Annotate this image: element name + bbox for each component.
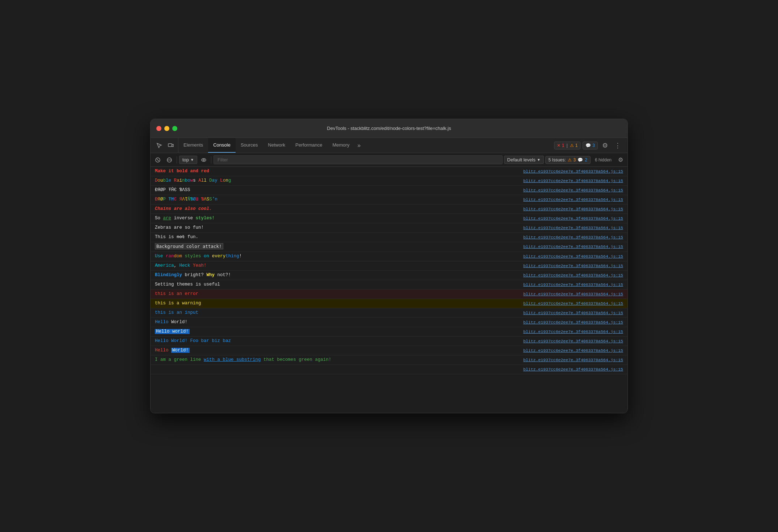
- log-row: So are inverse styles! blitz.e1937cc6e2e…: [151, 214, 627, 223]
- log-row: Use random styles on everything! blitz.e…: [151, 252, 627, 261]
- log-content: this is a warning: [155, 300, 517, 307]
- minimize-button[interactable]: [164, 126, 169, 131]
- device-toolbar-icon[interactable]: [166, 141, 176, 150]
- log-source[interactable]: blitz.e1937cc6e2ee7e…3f4063378a564.js:15: [523, 234, 623, 240]
- filter-input[interactable]: [213, 155, 503, 164]
- tab-sources[interactable]: Sources: [236, 138, 263, 153]
- tab-network[interactable]: Network: [263, 138, 291, 153]
- log-row: I am a green line with a blue substring …: [151, 355, 627, 365]
- log-row: Background color attack! blitz.e1937cc6e…: [151, 242, 627, 252]
- issues-warn-icon: ⚠: [568, 157, 572, 162]
- log-content: This is not fun.: [155, 234, 517, 241]
- log-content: So are inverse styles!: [155, 215, 517, 222]
- log-source[interactable]: blitz.e1937cc6e2ee7e…3f4063378a564.js:15: [523, 319, 623, 325]
- log-content: Chains are also cool.: [155, 206, 517, 212]
- devtools-tab-bar: Elements Console Sources Network Perform…: [151, 138, 627, 153]
- window-title: DevTools - stackblitz.com/edit/node-colo…: [327, 126, 451, 131]
- log-content: Double Rainbows All Day Long: [155, 177, 517, 184]
- log-row: Setting themes is useful blitz.e1937cc6e…: [151, 280, 627, 290]
- log-source[interactable]: blitz.e1937cc6e2ee7e…3f4063378a564.js:15: [523, 197, 623, 203]
- log-row: blitz.e1937cc6e2ee7e…3f4063378a564.js:15: [151, 365, 627, 374]
- issues-label: 5 Issues:: [549, 157, 566, 162]
- tab-elements[interactable]: Elements: [178, 138, 208, 153]
- maximize-button[interactable]: [172, 126, 177, 131]
- svg-point-6: [202, 159, 206, 161]
- log-row: this is an input blitz.e1937cc6e2ee7e…3f…: [151, 308, 627, 318]
- log-source[interactable]: blitz.e1937cc6e2ee7e…3f4063378a564.js:15: [523, 291, 623, 297]
- log-row: Chains are also cool. blitz.e1937cc6e2ee…: [151, 204, 627, 214]
- issues-info-count: 2: [585, 157, 587, 162]
- more-options-icon[interactable]: ⋮: [612, 140, 623, 151]
- log-source[interactable]: blitz.e1937cc6e2ee7e…3f4063378a564.js:15: [523, 357, 623, 363]
- context-selector[interactable]: top ▼: [179, 156, 197, 164]
- log-source[interactable]: blitz.e1937cc6e2ee7e…3f4063378a564.js:15: [523, 263, 623, 269]
- log-source[interactable]: blitz.e1937cc6e2ee7e…3f4063378a564.js:15: [523, 215, 623, 221]
- separator-2: [211, 156, 211, 164]
- console-output[interactable]: Make it bold and red blitz.e1937cc6e2ee7…: [151, 167, 627, 413]
- error-badge[interactable]: ✕ 1 | ⚠ 1: [554, 142, 581, 149]
- log-content: I am a green line with a blue substring …: [155, 356, 517, 363]
- hidden-badge: 6 hidden: [592, 156, 614, 164]
- log-row: Zebras are so fun! blitz.e1937cc6e2ee7e……: [151, 223, 627, 233]
- log-content: ÐЯØP ŦĦЄ ЯΛƖŇƁØШ ƁΛSSʼn: [155, 196, 517, 203]
- traffic-lights: [156, 126, 177, 131]
- log-content: Hello world!: [155, 328, 517, 335]
- log-source[interactable]: blitz.e1937cc6e2ee7e…3f4063378a564.js:15: [523, 187, 623, 193]
- svg-rect-0: [168, 144, 172, 147]
- log-row: this is a warning blitz.e1937cc6e2ee7e…3…: [151, 299, 627, 308]
- block-icon[interactable]: [164, 156, 174, 164]
- log-levels-selector[interactable]: Default levels ▼: [504, 156, 544, 164]
- log-row: Blindingly bright? Why not?! blitz.e1937…: [151, 271, 627, 280]
- issues-warn-count: 3: [574, 157, 576, 162]
- issues-badge[interactable]: 5 Issues: ⚠ 3 💬 2: [545, 156, 591, 164]
- tab-memory[interactable]: Memory: [327, 138, 355, 153]
- log-source[interactable]: blitz.e1937cc6e2ee7e…3f4063378a564.js:15: [523, 347, 623, 354]
- log-content: America, Heck Yeah!: [155, 262, 517, 269]
- devtools-tabs-list: Elements Console Sources Network Perform…: [178, 138, 364, 153]
- log-source[interactable]: blitz.e1937cc6e2ee7e…3f4063378a564.js:15: [523, 206, 623, 212]
- tab-console[interactable]: Console: [208, 138, 236, 153]
- log-content: this is an input: [155, 309, 517, 316]
- console-toolbar: top ▼ Default levels ▼ 5 Issues: ⚠ 3 💬 2…: [151, 153, 627, 167]
- devtools-window: DevTools - stackblitz.com/edit/node-colo…: [150, 119, 628, 413]
- tab-performance[interactable]: Performance: [290, 138, 327, 153]
- close-button[interactable]: [156, 126, 161, 131]
- more-tabs-button[interactable]: »: [355, 142, 364, 149]
- svg-point-7: [203, 159, 204, 161]
- console-settings-icon[interactable]: ⚙: [616, 155, 625, 165]
- log-source[interactable]: blitz.e1937cc6e2ee7e…3f4063378a564.js:15: [523, 178, 623, 184]
- warning-icon: ⚠: [570, 143, 574, 148]
- log-source[interactable]: blitz.e1937cc6e2ee7e…3f4063378a564.js:15: [523, 168, 623, 174]
- log-source[interactable]: blitz.e1937cc6e2ee7e…3f4063378a564.js:15: [523, 310, 623, 316]
- log-source[interactable]: blitz.e1937cc6e2ee7e…3f4063378a564.js:15: [523, 300, 623, 307]
- settings-icon[interactable]: ⚙: [600, 140, 610, 151]
- log-content: ÐЯØP ŦĤЄ ƁΛSS: [155, 187, 517, 194]
- eye-icon[interactable]: [199, 156, 209, 164]
- log-source[interactable]: blitz.e1937cc6e2ee7e…3f4063378a564.js:15: [523, 225, 623, 231]
- info-badge[interactable]: 💬 3: [583, 142, 598, 149]
- log-content: Make it bold and red: [155, 168, 517, 175]
- info-icon: 💬: [585, 143, 591, 148]
- log-source[interactable]: blitz.e1937cc6e2ee7e…3f4063378a564.js:15: [523, 366, 623, 372]
- clear-console-icon[interactable]: [153, 156, 163, 164]
- log-content: Hello World!: [155, 319, 517, 326]
- log-source[interactable]: blitz.e1937cc6e2ee7e…3f4063378a564.js:15: [523, 282, 623, 288]
- log-row: Hello World! blitz.e1937cc6e2ee7e…3f4063…: [151, 318, 627, 327]
- log-content: Hello World!: [155, 347, 517, 354]
- chevron-down-icon: ▼: [537, 158, 541, 162]
- log-source[interactable]: blitz.e1937cc6e2ee7e…3f4063378a564.js:15: [523, 253, 623, 259]
- log-source[interactable]: blitz.e1937cc6e2ee7e…3f4063378a564.js:15: [523, 329, 623, 335]
- svg-rect-1: [172, 144, 174, 147]
- error-count: 1: [562, 143, 565, 148]
- hidden-count: 6 hidden: [595, 157, 612, 162]
- log-source[interactable]: blitz.e1937cc6e2ee7e…3f4063378a564.js:15: [523, 338, 623, 344]
- log-source[interactable]: blitz.e1937cc6e2ee7e…3f4063378a564.js:15: [523, 272, 623, 278]
- log-row: Hello world! blitz.e1937cc6e2ee7e…3f4063…: [151, 327, 627, 337]
- log-content: Hello World! Foo bar biz baz: [155, 338, 517, 345]
- log-row: Double Rainbows All Day Long blitz.e1937…: [151, 176, 627, 186]
- inspect-element-icon[interactable]: [154, 141, 164, 150]
- log-source[interactable]: blitz.e1937cc6e2ee7e…3f4063378a564.js:15: [523, 244, 623, 250]
- log-row: America, Heck Yeah! blitz.e1937cc6e2ee7e…: [151, 261, 627, 271]
- log-row: ÐЯØP ŦĤЄ ƁΛSS blitz.e1937cc6e2ee7e…3f406…: [151, 186, 627, 195]
- log-levels-label: Default levels: [507, 157, 536, 162]
